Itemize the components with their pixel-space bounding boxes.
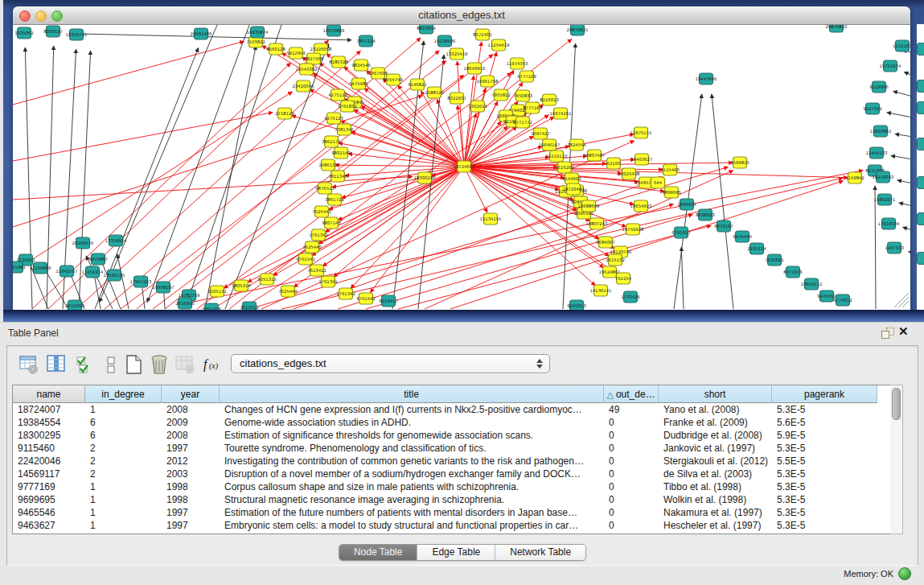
cell[interactable]: 18300295 bbox=[13, 429, 85, 442]
graph-node-teal[interactable]: 17957253 bbox=[130, 276, 152, 287]
column-header-out_de[interactable]: △out_de… bbox=[604, 385, 659, 403]
graph-node-teal[interactable]: 10355741 bbox=[66, 29, 88, 40]
cell[interactable]: Genome-wide association studies in ADHD. bbox=[220, 416, 604, 429]
graph-node-yellow[interactable]: 3862171 bbox=[322, 136, 341, 147]
graph-node-yellow[interactable]: 9154693 bbox=[562, 173, 581, 184]
cell[interactable]: 1 bbox=[85, 403, 162, 416]
graph-node-teal[interactable]: 16033809 bbox=[323, 25, 345, 36]
cell[interactable]: 0 bbox=[604, 480, 659, 493]
graph-node-yellow[interactable]: 9805314 bbox=[232, 280, 251, 291]
cell[interactable]: 5.3E-5 bbox=[772, 493, 877, 506]
graph-node-teal[interactable]: 17016504 bbox=[878, 218, 901, 229]
cell[interactable]: Corpus callosum shape and size in male p… bbox=[220, 480, 604, 493]
graph-node-yellow[interactable]: 8771772 bbox=[513, 117, 532, 128]
graph-node-yellow[interactable]: 8572401 bbox=[473, 29, 492, 40]
graph-node-yellow[interactable]: 10807487 bbox=[584, 150, 606, 161]
table-row[interactable]: 977716911998Corpus callosum shape and si… bbox=[13, 480, 891, 493]
graph-node-teal[interactable]: 9245013 bbox=[567, 300, 586, 310]
graph-node-yellow[interactable]: 7625440 bbox=[302, 241, 322, 253]
graph-node-yellow[interactable]: 18807243 bbox=[586, 218, 608, 229]
graph-node-teal[interactable]: 7632621 bbox=[765, 254, 784, 266]
graph-node-teal[interactable]: 20876821 bbox=[567, 25, 589, 35]
cell[interactable]: 5.3E-5 bbox=[772, 519, 877, 532]
table-body[interactable]: 1872400712008Changes of HCN gene express… bbox=[13, 403, 891, 532]
table-row[interactable]: 969969511998Structural magnetic resonanc… bbox=[13, 493, 891, 506]
graph-node-teal[interactable]: 6879197 bbox=[714, 220, 733, 232]
cell[interactable]: 9699695 bbox=[13, 493, 85, 506]
graph-node-yellow[interactable]: 9899695 bbox=[662, 187, 681, 198]
function-builder-icon[interactable]: f (x) bbox=[202, 354, 223, 375]
graph-node-yellow[interactable]: 8454749 bbox=[384, 74, 403, 85]
cell[interactable]: 2008 bbox=[162, 429, 220, 442]
cell[interactable]: Stergiakouli et al. (2012) bbox=[659, 455, 772, 468]
graph-node-teal[interactable]: 2616956 bbox=[175, 298, 195, 309]
graph-node-teal[interactable]: 9227342 bbox=[863, 103, 882, 114]
graph-node-yellow[interactable]: 9146821 bbox=[408, 79, 427, 90]
cell[interactable]: 0 bbox=[604, 442, 659, 455]
show-columns-icon[interactable] bbox=[46, 354, 67, 375]
cell[interactable]: 18724007 bbox=[13, 403, 85, 416]
cell[interactable]: 14569117 bbox=[13, 468, 85, 480]
graph-node-yellow[interactable]: 9807143 bbox=[322, 217, 341, 229]
cell[interactable]: 1 bbox=[85, 480, 162, 493]
cell[interactable]: 9463627 bbox=[13, 519, 85, 532]
table-selector-dropdown[interactable]: citations_edges.txt bbox=[231, 354, 550, 373]
graph-node-yellow[interactable]: 7811346 bbox=[328, 171, 347, 182]
graph-node-teal[interactable]: 1733426 bbox=[621, 291, 640, 303]
graph-node-yellow[interactable]: 9876513 bbox=[315, 183, 335, 194]
new-document-icon[interactable] bbox=[123, 354, 144, 375]
graph-node-teal[interactable]: 7857224 bbox=[356, 35, 376, 47]
graph-node-yellow[interactable]: 752254 bbox=[615, 273, 632, 284]
graph-node-teal[interactable]: 9474444 bbox=[733, 231, 752, 242]
cell[interactable]: Wolkin et al. (1998) bbox=[659, 493, 772, 506]
graph-node-yellow[interactable]: 7955812 bbox=[491, 89, 511, 101]
graph-node-yellow[interactable]: 4275122 bbox=[328, 89, 347, 101]
cell[interactable]: Nakamura et al. (1997) bbox=[659, 506, 772, 519]
column-header-year[interactable]: year bbox=[162, 385, 220, 403]
graph-node-yellow[interactable]: 1761342 bbox=[336, 288, 355, 299]
graph-node-yellow[interactable]: 16961758 bbox=[477, 76, 499, 87]
cell[interactable]: 1997 bbox=[162, 506, 220, 519]
graph-node-yellow[interactable]: 7381346 bbox=[335, 124, 354, 135]
cell[interactable]: 5.3E-5 bbox=[772, 468, 877, 480]
cell[interactable]: 19384554 bbox=[13, 416, 85, 429]
graph-node-teal[interactable]: 8938923 bbox=[696, 209, 715, 220]
cell[interactable]: 1 bbox=[85, 493, 162, 506]
cell[interactable]: Structural magnetic resonance image aver… bbox=[220, 493, 604, 506]
graph-node-teal[interactable]: 20876822 bbox=[826, 25, 848, 32]
cell[interactable]: 1997 bbox=[162, 519, 220, 532]
graph-node-yellow[interactable]: 7625443 bbox=[312, 206, 331, 217]
graph-node-teal[interactable]: 19447946 bbox=[696, 73, 718, 84]
row-height-icon[interactable] bbox=[101, 354, 121, 375]
cell[interactable]: Changes of HCN gene expression and I(f) … bbox=[220, 403, 604, 416]
graph-node-yellow[interactable]: 8216013 bbox=[540, 94, 559, 105]
cell[interactable]: Dudbridge et al. (2008) bbox=[659, 429, 772, 442]
graph-node-yellow[interactable]: 644 bbox=[651, 177, 665, 188]
cell[interactable]: 22420046 bbox=[13, 455, 85, 468]
cell[interactable]: Yano et al. (2008) bbox=[659, 403, 772, 416]
cell[interactable]: 5.6E-5 bbox=[772, 416, 877, 429]
graph-node-teal[interactable]: 1840934 bbox=[677, 199, 696, 210]
cell[interactable]: 5.5E-5 bbox=[772, 455, 877, 468]
graph-node-yellow[interactable]: 7625444 bbox=[278, 286, 298, 297]
window-titlebar[interactable]: citations_edges.txt bbox=[13, 6, 910, 25]
graph-node-teal[interactable]: 12093862 bbox=[870, 126, 892, 137]
cell[interactable]: 2012 bbox=[162, 455, 220, 468]
graph-node-yellow[interactable]: 18640910 bbox=[464, 63, 487, 74]
graph-node-yellow[interactable]: 19654923 bbox=[630, 200, 652, 212]
graph-node-teal[interactable]: 6774012 bbox=[833, 295, 852, 306]
graph-node-yellow[interactable]: 1159842 bbox=[845, 172, 864, 183]
cell[interactable]: 5.9E-5 bbox=[772, 429, 877, 442]
table-row[interactable]: 946554611997Estimation of the future num… bbox=[13, 506, 891, 519]
cell[interactable]: 0 bbox=[604, 455, 659, 468]
close-panel-icon[interactable]: ✕ bbox=[898, 324, 909, 339]
graph-node-yellow[interactable]: 1505131 bbox=[207, 286, 227, 297]
graph-node-yellow[interactable]: 11254419 bbox=[488, 39, 510, 51]
graph-node-teal[interactable]: 20691406 bbox=[191, 28, 213, 39]
cell[interactable]: Embryonic stem cells: a model to study s… bbox=[220, 519, 604, 532]
table-row[interactable]: 1456911722003Disruption of a novel membe… bbox=[13, 468, 891, 480]
tab-node-table[interactable]: Node Table bbox=[339, 545, 418, 560]
table-settings-icon[interactable] bbox=[18, 354, 39, 375]
column-header-title[interactable]: title bbox=[220, 385, 604, 403]
graph-node-teal[interactable]: 16958107 bbox=[153, 282, 175, 293]
